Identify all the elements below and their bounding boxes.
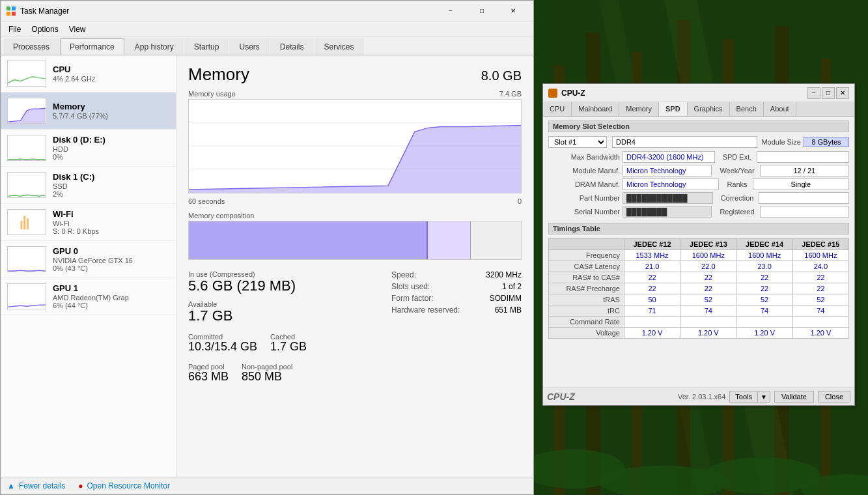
cpuz-tab-mainboard[interactable]: Mainboard bbox=[572, 102, 619, 116]
slot-select[interactable]: Slot #1 Slot #2 bbox=[548, 136, 607, 148]
sidebar-item-disk0[interactable]: Disk 0 (D: E:) HDD0% bbox=[1, 130, 176, 167]
disk0-thumbnail bbox=[7, 135, 46, 161]
disk1-thumbnail bbox=[7, 172, 46, 198]
cpuz-minimize[interactable]: − bbox=[807, 87, 820, 99]
timings-cell: 50 bbox=[624, 294, 680, 305]
cpuz-window-controls: − □ ✕ bbox=[807, 87, 849, 99]
timings-cell bbox=[680, 317, 736, 328]
tools-dropdown-button[interactable]: ▼ bbox=[757, 391, 770, 403]
sidebar-item-gpu1[interactable]: GPU 1 AMD Radeon(TM) Grap6% (44 °C) bbox=[1, 278, 176, 315]
close-cpuz-button[interactable]: Close bbox=[818, 391, 850, 403]
tab-processes[interactable]: Processes bbox=[3, 38, 59, 55]
wifi-name: Wi-Fi bbox=[53, 209, 169, 219]
cpuz-tab-spd[interactable]: SPD bbox=[659, 102, 688, 116]
sidebar-item-memory[interactable]: Memory 5.7/7.4 GB (77%) bbox=[1, 92, 176, 130]
hw-reserved-label: Hardware reserved: bbox=[391, 305, 460, 315]
tab-app-history[interactable]: App history bbox=[125, 38, 184, 55]
timings-row-label: tRC bbox=[549, 305, 624, 317]
dram-manuf-label: DRAM Manuf. bbox=[548, 180, 620, 188]
cpuz-title: CPU-Z bbox=[548, 89, 585, 98]
committed-value: 10.3/15.4 GB bbox=[188, 341, 257, 354]
sidebar-item-wifi[interactable]: Wi-Fi Wi-FiS: 0 R: 0 Kbps bbox=[1, 204, 176, 241]
validate-button[interactable]: Validate bbox=[774, 391, 814, 403]
cpuz-window: CPU-Z − □ ✕ CPU Mainboard Memory SPD Gra… bbox=[542, 83, 855, 406]
time-left: 60 seconds bbox=[188, 197, 225, 205]
memory-slot-section: Memory Slot Selection bbox=[548, 120, 849, 132]
taskmanager-title-text: Task Manager bbox=[20, 7, 69, 16]
tab-performance[interactable]: Performance bbox=[60, 38, 124, 55]
cpuz-close[interactable]: ✕ bbox=[836, 87, 849, 99]
taskmanager-title: Task Manager bbox=[6, 6, 69, 16]
tab-details[interactable]: Details bbox=[270, 38, 314, 55]
memory-chart bbox=[188, 99, 522, 193]
open-resource-monitor-button[interactable]: ● Open Resource Monitor bbox=[78, 481, 170, 490]
timings-row-label: Command Rate bbox=[549, 317, 624, 328]
stat-in-use: In use (Compressed) 5.6 GB (219 MB) bbox=[188, 270, 378, 294]
timings-cell: 22 bbox=[792, 272, 848, 283]
disk0-name: Disk 0 (D: E:) bbox=[53, 135, 169, 145]
memory-detail: 5.7/7.4 GB (77%) bbox=[53, 112, 169, 120]
menu-options[interactable]: Options bbox=[26, 23, 63, 35]
tab-services[interactable]: Services bbox=[315, 38, 364, 55]
cpuz-tab-cpu[interactable]: CPU bbox=[543, 102, 572, 116]
cpuz-tab-about[interactable]: About bbox=[764, 102, 796, 116]
timings-row-label: RAS# Precharge bbox=[549, 283, 624, 294]
chart-time-labels: 60 seconds 0 bbox=[188, 197, 522, 205]
menu-file[interactable]: File bbox=[3, 23, 26, 35]
stat-nonpaged: Non-paged pool 850 MB bbox=[242, 363, 292, 384]
cpu-detail: 4% 2.64 GHz bbox=[53, 75, 169, 83]
slots-label: Slots used: bbox=[391, 282, 430, 291]
paged-value: 663 MB bbox=[188, 371, 229, 384]
part-number-value: ████████████ bbox=[623, 192, 713, 204]
timings-row-label: CAS# Latency bbox=[549, 261, 624, 272]
timings-cell: 1.20 V bbox=[736, 328, 792, 339]
gpu0-detail: NVIDIA GeForce GTX 160% (43 °C) bbox=[53, 257, 169, 272]
max-bw-label: Max Bandwidth bbox=[548, 153, 620, 161]
ranks-label: Ranks bbox=[727, 180, 747, 188]
sidebar-item-gpu0[interactable]: GPU 0 NVIDIA GeForce GTX 160% (43 °C) bbox=[1, 241, 176, 278]
taskmanager-footer: ▲ Fewer details ● Open Resource Monitor bbox=[1, 477, 533, 494]
week-year-label: Week/Year bbox=[720, 167, 754, 175]
tools-button[interactable]: Tools bbox=[729, 391, 757, 403]
sidebar-item-disk1[interactable]: Disk 1 (C:) SSD2% bbox=[1, 167, 176, 204]
week-year-value: 12 / 21 bbox=[760, 165, 849, 177]
menu-view[interactable]: View bbox=[64, 23, 91, 35]
tab-users[interactable]: Users bbox=[229, 38, 269, 55]
timings-cell: 22.0 bbox=[680, 261, 736, 272]
stat-committed: Committed 10.3/15.4 GB bbox=[188, 333, 257, 354]
timings-cell: 74 bbox=[736, 305, 792, 317]
timings-cell: 23.0 bbox=[736, 261, 792, 272]
sidebar-item-cpu[interactable]: CPU 4% 2.64 GHz bbox=[1, 55, 176, 92]
fewer-details-label: Fewer details bbox=[19, 481, 65, 490]
timings-cell bbox=[792, 317, 848, 328]
close-button[interactable]: ✕ bbox=[498, 5, 528, 18]
composition-chart bbox=[188, 221, 522, 260]
max-bandwidth-row: Max Bandwidth DDR4-3200 (1600 MHz) SPD E… bbox=[548, 151, 849, 163]
maximize-button[interactable]: □ bbox=[467, 5, 497, 18]
stats-left: In use (Compressed) 5.6 GB (219 MB) Avai… bbox=[188, 270, 378, 390]
timings-cell: 24.0 bbox=[792, 261, 848, 272]
menubar: File Options View bbox=[1, 21, 533, 37]
fewer-details-button[interactable]: ▲ Fewer details bbox=[7, 481, 65, 490]
timings-cell: 22 bbox=[680, 272, 736, 283]
correction-value bbox=[759, 192, 849, 204]
cpuz-maximize[interactable]: □ bbox=[822, 87, 835, 99]
timings-cell: 1600 MHz bbox=[792, 250, 848, 261]
taskmanager-window: Task Manager − □ ✕ File Options View Pro… bbox=[0, 0, 534, 495]
slot-selection-row: Slot #1 Slot #2 DDR4 Module Size 8 GByte… bbox=[548, 136, 849, 148]
cpuz-tab-memory[interactable]: Memory bbox=[619, 102, 659, 116]
timings-cell: 1533 MHz bbox=[624, 250, 680, 261]
correction-label: Correction bbox=[721, 194, 754, 202]
cpuz-spd-content: Memory Slot Selection Slot #1 Slot #2 DD… bbox=[543, 117, 854, 388]
tab-startup[interactable]: Startup bbox=[184, 38, 229, 55]
table-row: Voltage1.20 V1.20 V1.20 V1.20 V bbox=[549, 328, 849, 339]
module-manuf-value: Micron Technology bbox=[623, 165, 712, 177]
wifi-detail: Wi-FiS: 0 R: 0 Kbps bbox=[53, 219, 169, 235]
cpuz-tab-graphics[interactable]: Graphics bbox=[688, 102, 730, 116]
timings-row-label: Frequency bbox=[549, 250, 624, 261]
cpuz-tab-bench[interactable]: Bench bbox=[730, 102, 764, 116]
nonpaged-value: 850 MB bbox=[242, 371, 292, 384]
minimize-button[interactable]: − bbox=[436, 5, 466, 18]
table-row: Frequency1533 MHz1600 MHz1600 MHz1600 MH… bbox=[549, 250, 849, 261]
timings-cell: 22 bbox=[624, 272, 680, 283]
